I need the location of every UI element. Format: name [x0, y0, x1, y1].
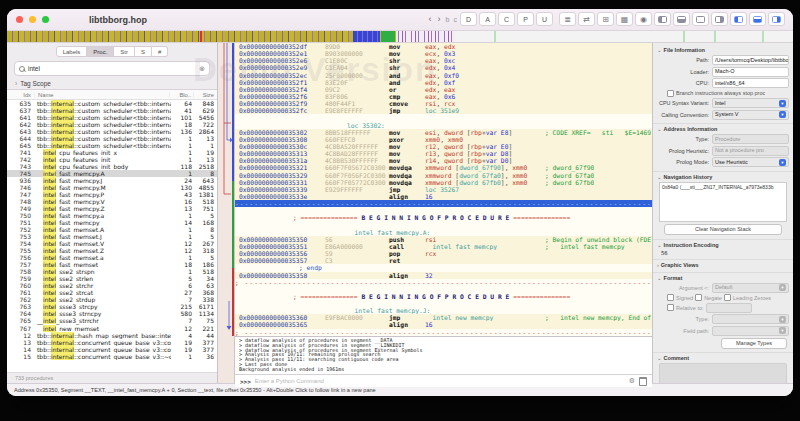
procedure-row[interactable]: 760__intel_sse2_strchr663	[7, 282, 217, 289]
listing-line[interactable]	[235, 114, 652, 121]
instruction-encoding-header[interactable]: ⌄Instruction Encoding	[657, 242, 789, 248]
navigation-history-header[interactable]: ⌄Navigation History	[657, 174, 789, 180]
procedure-row[interactable]: 754__intel_fast_memset.V12267	[7, 240, 217, 247]
clear-navigation-stack-button[interactable]: Clear Navigation Stack	[664, 224, 782, 235]
listing-line[interactable]: 0x00000000000352df89D0moveax, edx	[235, 43, 652, 50]
procedure-row[interactable]: 14tbb::internal::concurrent_queue_base_v…	[7, 346, 217, 353]
hex-mode-icon[interactable]: ≣	[559, 12, 576, 26]
listing-line[interactable]: 0x0000000000035351E86A000000call__intel_…	[235, 243, 652, 250]
listing-line[interactable]: 0x000000000003535659poprcx	[235, 250, 652, 257]
listing-line[interactable]: loc_35302:	[235, 122, 652, 129]
clear-search-icon[interactable]: ⊗	[199, 65, 205, 73]
address-information-header[interactable]: ⌄Address Information	[657, 126, 789, 132]
search-field[interactable]: intel ⊗	[14, 61, 210, 76]
navigation-minimap[interactable]	[7, 31, 793, 43]
manage-types-button[interactable]: Manage Types	[721, 338, 787, 349]
procedure-row[interactable]: 761__intel_sse2_strcat27368	[7, 289, 217, 296]
tab-procedures[interactable]: Proc.	[87, 46, 114, 57]
listing-line[interactable]: 0x0000000000035365align16	[235, 321, 652, 328]
procedure-row[interactable]: 747__intel_fast_memcpy.P431381	[7, 191, 217, 198]
listing-line[interactable]: 0x000000000003531a4C8BB530FFFFFFmovr14, …	[235, 157, 652, 164]
analysis-console[interactable]: > dataflow analysis of procedures in seg…	[235, 336, 652, 374]
listing-line[interactable]: 0x00000000000352fcE9E8FEFFFFjmploc_351e9	[235, 107, 652, 114]
procedure-row[interactable]: 757__intel_fast_memset18186	[7, 261, 217, 268]
procedure-row[interactable]: 746__intel_fast_memcpy.M1304855	[7, 184, 217, 191]
zoom-button[interactable]	[42, 16, 49, 23]
calling-select[interactable]: System V▾	[712, 110, 789, 120]
procedure-row[interactable]: 644tbb::internal::custom_scheduler<tbb::…	[7, 135, 217, 142]
procedure-row[interactable]: 756__intel_fast_memset.a15	[7, 254, 217, 261]
layout-grid-icon[interactable]	[711, 12, 728, 26]
listing-line[interactable]: 0x0000000000035329660F7F056F2C0300movdqa…	[235, 172, 652, 179]
listing-line[interactable]: 0x00000000000352f183E20Fandedx, 0xf	[235, 79, 652, 86]
procedure-row[interactable]: 642tbb::internal::custom_scheduler<tbb::…	[7, 121, 217, 128]
navigate-address-icon[interactable]: ◉	[635, 12, 652, 26]
transform-data-button[interactable]: D	[460, 12, 477, 26]
tab-hash[interactable]: #	[152, 46, 168, 57]
listing-line[interactable]	[235, 222, 652, 229]
layout-stack-icon[interactable]	[692, 12, 709, 26]
procedure-row[interactable]: 645tbb::internal::custom_scheduler<tbb::…	[7, 142, 217, 149]
navigation-history-list[interactable]: 0x84a0 (___sti___ZN17_INTERNAL_a7973e833…	[659, 182, 787, 222]
procedure-row[interactable]: 765__intel_ssse3_strrchr775	[7, 317, 217, 324]
listing-line[interactable]: 0x00000000000352e6C1E80Cshreax, 0xc	[235, 57, 652, 64]
listing-line[interactable]: 0x00000000000352f683F806cmpeax, 0x6	[235, 93, 652, 100]
procedure-row[interactable]: 15tbb::internal::concurrent_queue_base_v…	[7, 353, 217, 360]
listing-line[interactable]: 0x00000000000353134C8BAD28FFFFFFmovr13, …	[235, 150, 652, 157]
column-size[interactable]: Size	[194, 92, 217, 98]
listing-line[interactable]: 0x00000000000352e1B903000000movecx, 0x3	[235, 50, 652, 57]
listing-line[interactable]: __intel_fast_memcpy.A:	[235, 229, 652, 236]
transform-ascii-button[interactable]: A	[479, 12, 496, 26]
procedure-row[interactable]: 750__intel_fast_memcpy.a15	[7, 212, 217, 219]
listing-line[interactable]: ; ===============B E G I N N I N G O F P…	[235, 214, 652, 221]
disassembly-listing[interactable]: 0x00000000000352df89D0moveax, edx0x00000…	[235, 43, 652, 336]
procedure-row[interactable]: 936__intel_fast_memcpy.J24643	[7, 177, 217, 184]
listing-line[interactable]: 0x0000000000035357C3ret	[235, 257, 652, 264]
listing-line[interactable]: 0x0000000000035358align32	[235, 272, 652, 279]
toggle-right-panel-icon[interactable]	[768, 12, 785, 26]
listing-line[interactable]: ----------------------------------------…	[235, 200, 652, 207]
listing-line[interactable]: 0x00000000000353028BB518FFFFFFmovesi, dw…	[235, 129, 652, 136]
tab-s[interactable]: S	[135, 46, 152, 57]
procedure-row[interactable]: 759__intel_sse2_strlen534	[7, 275, 217, 282]
transform-code-button[interactable]: C	[498, 12, 515, 26]
procedure-row[interactable]: 758__intel_sse2_strspn1518	[7, 268, 217, 275]
procedure-row[interactable]: 749__intel_fast_memcpy.Z13751	[7, 205, 217, 212]
format-header[interactable]: ⌄Format	[657, 275, 789, 281]
procedure-row[interactable]: 637tbb::internal::custom_scheduler<tbb::…	[7, 107, 217, 114]
graphic-views-header[interactable]: ›Graphic Views	[657, 262, 789, 268]
byte-mode-button[interactable]: b	[445, 16, 451, 23]
file-information-header[interactable]: ⌄File Information	[657, 47, 789, 53]
trash-icon[interactable]	[639, 377, 647, 386]
procedure-row[interactable]: 752__intel_fast_memset.A18	[7, 226, 217, 233]
listing-line[interactable]: 0x0000000000035308660FEFC0pxorxmm0, xmm0	[235, 136, 652, 143]
listing-line[interactable]	[235, 207, 652, 214]
procedure-row[interactable]: 767__intel_new_memset12221	[7, 325, 217, 332]
listing-line[interactable]: 0x00000000000352ec25F0000000andeax, 0xf0	[235, 72, 652, 79]
procedure-row[interactable]: 635tbb::internal::custom_scheduler<tbb::…	[7, 100, 217, 107]
layout-split-icon[interactable]	[673, 12, 690, 26]
procedure-row[interactable]: 763__intel_ssse3_strcpy2156171	[7, 303, 217, 310]
procedure-row[interactable]: 745__intel_fast_memcpy.A18	[7, 170, 217, 177]
gear-icon[interactable]: ⚙	[629, 377, 635, 385]
transform-undefine-button[interactable]: U	[536, 12, 553, 26]
listing-line[interactable]: 0x00000000000352e9C1EA04shredx, 0x4	[235, 64, 652, 71]
navigation-history-entry[interactable]: 0x84a0 (___sti___ZN17_INTERNAL_a7973e833…	[662, 184, 773, 190]
listing-line[interactable]: ; endp	[235, 264, 652, 271]
listing-line[interactable]: 0x000000000003533ealign16	[235, 193, 652, 200]
toggle-left-panel-icon[interactable]	[730, 12, 747, 26]
procedure-row[interactable]: 641tbb::internal::custom_scheduler<tbb::…	[7, 114, 217, 121]
procedure-row[interactable]: 12tbb::internal::hash_map_segment_base::…	[7, 332, 217, 339]
procedure-row[interactable]: 755__intel_fast_memset.Z12318	[7, 247, 217, 254]
listing-line[interactable]: 0x0000000000035331660F7F05772C0300movdqa…	[235, 179, 652, 186]
procedure-row[interactable]: 742__intel_cpu_features_init113	[7, 156, 217, 163]
listing-line[interactable]: 0x0000000000035321660F7F05672C0300movdqa…	[235, 164, 652, 171]
procedure-table-header[interactable]: Idx Name Blo.. Size	[7, 90, 217, 100]
cfg-mode-icon[interactable]: ⇄	[578, 12, 595, 26]
tag-scope-row[interactable]: ›Tag Scope	[7, 78, 217, 89]
comment-textarea[interactable]	[659, 363, 787, 384]
listing-line[interactable]: 0x000000000003535056pushrsi; Begin of un…	[235, 236, 652, 243]
procedure-row[interactable]: 13tbb::internal::concurrent_queue_base_v…	[7, 339, 217, 346]
procedure-row[interactable]: 741__intel_cpu_features_init_x119	[7, 149, 217, 156]
comment-header[interactable]: ⌄Comment	[657, 355, 789, 361]
